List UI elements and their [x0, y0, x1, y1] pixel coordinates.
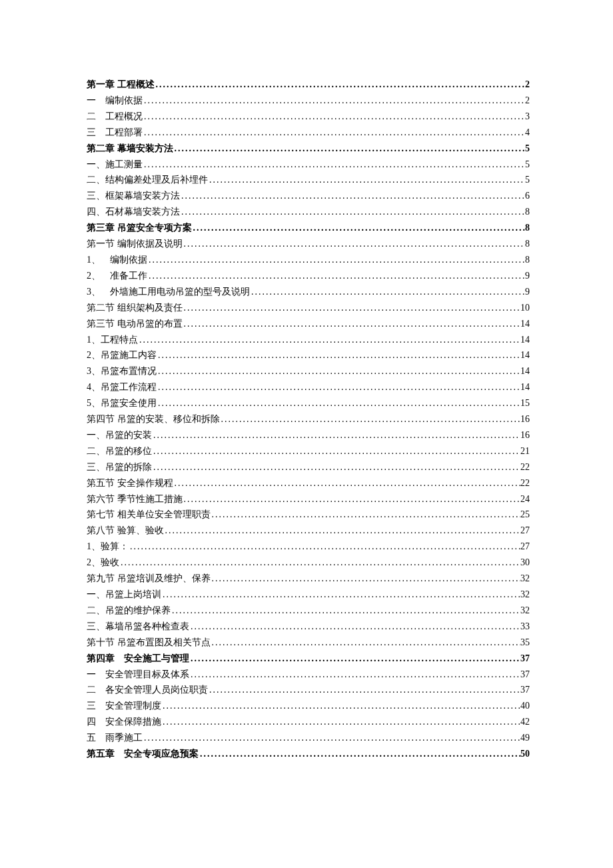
toc-leader-dots	[171, 603, 520, 619]
toc-entry: 第三节 电动吊篮的布置14	[87, 316, 530, 332]
toc-entry: 第六节 季节性施工措施24	[87, 491, 530, 507]
toc-entry-page: 14	[520, 332, 530, 348]
toc-entry: 四 安全保障措施42	[87, 714, 530, 730]
toc-entry: 1、 编制依据8	[87, 252, 530, 268]
toc-entry-label: 三 安全管理制度	[87, 698, 161, 714]
toc-entry-page: 15	[520, 395, 530, 411]
toc-leader-dots	[180, 188, 525, 204]
toc-leader-dots	[183, 316, 521, 332]
toc-leader-dots	[208, 682, 520, 698]
toc-entry: 二 工程概况3	[87, 109, 530, 125]
toc-entry-page: 4	[525, 125, 530, 141]
toc-entry: 三 工程部署4	[87, 125, 530, 141]
toc-entry-label: 三、框架幕墙安装方法	[87, 188, 180, 204]
toc-entry: 四、石材幕墙安装方法8	[87, 204, 530, 220]
toc-entry-page: 9	[525, 284, 530, 300]
table-of-contents: 第一章 工程概述2一 编制依据2二 工程概况3三 工程部署4第二章 幕墙安装方法…	[87, 77, 530, 762]
toc-entry: 二、吊篮的移位21	[87, 443, 530, 459]
toc-entry-label: 1、验算：	[87, 539, 129, 555]
toc-entry-page: 32	[520, 587, 530, 603]
toc-entry-page: 8	[525, 204, 530, 220]
toc-leader-dots	[180, 204, 525, 220]
toc-leader-dots	[183, 491, 521, 507]
toc-entry-label: 第三节 电动吊篮的布置	[87, 316, 183, 332]
toc-entry-page: 14	[520, 363, 530, 379]
toc-entry: 1、验算：27	[87, 539, 530, 555]
toc-entry-label: 一、吊篮上岗培训	[87, 587, 161, 603]
toc-entry-label: 四、石材幕墙安装方法	[87, 204, 180, 220]
toc-leader-dots	[143, 157, 525, 173]
toc-leader-dots	[220, 411, 521, 427]
toc-leader-dots	[192, 220, 526, 236]
toc-leader-dots	[147, 268, 525, 284]
toc-leader-dots	[211, 507, 521, 523]
toc-entry-page: 37	[520, 651, 530, 667]
toc-entry-label: 1、工程特点	[87, 332, 138, 348]
toc-leader-dots	[161, 698, 520, 714]
toc-entry: 第二节 组织架构及责任10	[87, 300, 530, 316]
toc-leader-dots	[157, 379, 520, 395]
toc-entry-page: 8	[525, 236, 530, 252]
toc-entry-page: 49	[520, 730, 530, 746]
toc-leader-dots	[173, 475, 521, 491]
toc-entry-label: 第五章 安全专项应急预案	[87, 746, 199, 762]
toc-entry: 3、吊篮布置情况14	[87, 363, 530, 379]
toc-leader-dots	[211, 635, 521, 651]
toc-entry-label: 一、吊篮的安装	[87, 427, 152, 443]
toc-entry-label: 一 编制依据	[87, 93, 143, 109]
toc-entry-page: 8	[525, 252, 530, 268]
toc-entry-label: 第十节 吊篮布置图及相关节点	[87, 635, 211, 651]
toc-entry-page: 50	[520, 746, 530, 762]
toc-entry-label: 二、吊篮的移位	[87, 443, 152, 459]
toc-entry-label: 二、吊篮的维护保养	[87, 603, 171, 619]
toc-leader-dots	[173, 141, 526, 157]
toc-leader-dots	[208, 172, 525, 188]
toc-entry-page: 9	[525, 268, 530, 284]
toc-entry-page: 27	[520, 539, 530, 555]
toc-entry-page: 2	[525, 93, 530, 109]
toc-leader-dots	[152, 443, 520, 459]
toc-leader-dots	[189, 619, 520, 635]
toc-leader-dots	[143, 730, 520, 746]
toc-entry: 第七节 相关单位安全管理职责25	[87, 507, 530, 523]
toc-entry-label: 第八节 验算、验收	[87, 523, 164, 539]
toc-entry-label: 五 雨季施工	[87, 730, 143, 746]
toc-entry-label: 三、幕墙吊篮各种检查表	[87, 619, 189, 635]
toc-entry-page: 32	[520, 571, 530, 587]
toc-leader-dots	[157, 395, 520, 411]
toc-entry-page: 42	[520, 714, 530, 730]
toc-entry-label: 三 工程部署	[87, 125, 143, 141]
toc-entry: 第五章 安全专项应急预案50	[87, 746, 530, 762]
toc-entry: 第四节 吊篮的安装、移位和拆除16	[87, 411, 530, 427]
toc-leader-dots	[183, 300, 521, 316]
toc-leader-dots	[211, 571, 521, 587]
toc-entry-label: 三、吊篮的拆除	[87, 459, 152, 475]
toc-entry-page: 33	[520, 619, 530, 635]
toc-entry-page: 37	[520, 682, 530, 698]
toc-entry: 一、施工测量5	[87, 157, 530, 173]
toc-entry-label: 二、结构偏差处理及后补埋件	[87, 172, 208, 188]
toc-entry-label: 一 安全管理目标及体系	[87, 667, 189, 683]
toc-leader-dots	[147, 252, 525, 268]
toc-entry: 2、 准备工作9	[87, 268, 530, 284]
toc-entry-page: 14	[520, 316, 530, 332]
toc-entry-page: 2	[525, 77, 530, 93]
toc-leader-dots	[143, 93, 525, 109]
toc-entry: 2、验收30	[87, 555, 530, 571]
toc-entry-label: 2、吊篮施工内容	[87, 347, 157, 363]
toc-entry: 一 安全管理目标及体系37	[87, 667, 530, 683]
toc-entry-page: 32	[520, 603, 530, 619]
toc-entry-label: 第二节 组织架构及责任	[87, 300, 183, 316]
toc-entry-page: 3	[525, 109, 530, 125]
toc-entry: 2、吊篮施工内容14	[87, 347, 530, 363]
toc-leader-dots	[152, 427, 520, 443]
toc-entry: 第一节 编制依据及说明8	[87, 236, 530, 252]
toc-leader-dots	[164, 523, 521, 539]
toc-leader-dots	[119, 555, 520, 571]
toc-entry-page: 22	[520, 475, 530, 491]
toc-entry: 二、结构偏差处理及后补埋件5	[87, 172, 530, 188]
toc-leader-dots	[189, 667, 520, 683]
toc-entry: 第四章 安全施工与管理37	[87, 651, 530, 667]
toc-entry-page: 24	[520, 491, 530, 507]
toc-entry-page: 14	[520, 379, 530, 395]
